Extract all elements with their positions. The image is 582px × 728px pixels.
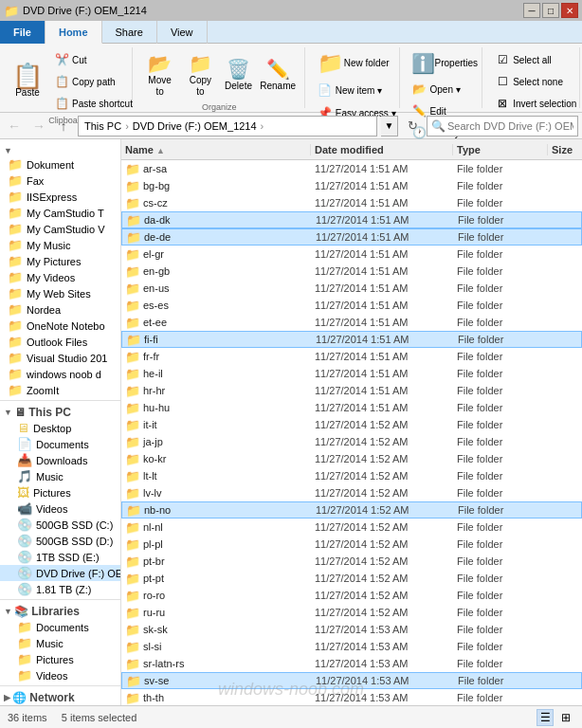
col-header-size[interactable]: Size xyxy=(548,144,582,155)
minimize-button[interactable]: ─ xyxy=(523,3,540,18)
file-row-18[interactable]: 📁 lt-lt 11/27/2014 1:52 AM File folder xyxy=(121,467,582,484)
rename-button[interactable]: ✏️ Rename xyxy=(258,55,299,95)
delete-button[interactable]: 🗑️ Delete xyxy=(222,55,256,95)
sidebar-item-mymusic[interactable]: 📁 My Music xyxy=(0,237,120,253)
col-header-name[interactable]: Name ▲ xyxy=(121,144,311,155)
address-dropdown[interactable]: ▼ xyxy=(381,116,398,136)
file-row-5[interactable]: 📁 el-gr 11/27/2014 1:51 AM File folder xyxy=(121,246,582,263)
sidebar-item-music[interactable]: 🎵 Music xyxy=(0,468,120,484)
file-row-29[interactable]: 📁 sr-latn-rs 11/27/2014 1:53 AM File fol… xyxy=(121,655,582,672)
file-row-1[interactable]: 📁 bg-bg 11/27/2014 1:51 AM File folder xyxy=(121,177,582,194)
back-button[interactable]: ← xyxy=(4,116,25,136)
file-row-30[interactable]: 📁 sv-se 11/27/2014 1:53 AM File folder xyxy=(121,672,582,689)
sidebar-item-mywebsites[interactable]: 📁 My Web Sites xyxy=(0,285,120,301)
file-row-20[interactable]: 📁 nb-no 11/27/2014 1:52 AM File folder xyxy=(121,501,582,519)
sidebar-item-dvdf[interactable]: 💿 DVD Drive (F:) OE xyxy=(0,565,120,581)
file-row-13[interactable]: 📁 hr-hr 11/27/2014 1:51 AM File folder xyxy=(121,382,582,399)
file-row-6[interactable]: 📁 en-gb 11/27/2014 1:51 AM File folder xyxy=(121,263,582,280)
file-row-26[interactable]: 📁 ru-ru 11/27/2014 1:52 AM File folder xyxy=(121,604,582,621)
copy-to-button[interactable]: 📁 Copy to xyxy=(181,49,219,100)
sidebar-item-videos[interactable]: 📹 Videos xyxy=(0,500,120,517)
sidebar-item-camstudiov[interactable]: 📁 My CamStudio V xyxy=(0,221,120,237)
file-row-12[interactable]: 📁 he-il 11/27/2014 1:51 AM File folder xyxy=(121,365,582,382)
address-path[interactable]: This PC › DVD Drive (F:) OEM_1214 › xyxy=(78,116,377,136)
ribbon-tab-share[interactable]: Share xyxy=(102,21,157,44)
up-button[interactable]: ↑ xyxy=(53,116,74,136)
file-row-25[interactable]: 📁 ro-ro 11/27/2014 1:52 AM File folder xyxy=(121,587,582,604)
file-row-22[interactable]: 📁 pl-pl 11/27/2014 1:52 AM File folder xyxy=(121,536,582,553)
select-none-button[interactable]: ☐ Select none xyxy=(490,71,568,92)
file-row-28[interactable]: 📁 sl-si 11/27/2014 1:53 AM File folder xyxy=(121,638,582,655)
cut-button[interactable]: ✂️ Cut xyxy=(49,49,137,70)
sidebar-item-lib-pics[interactable]: 📁 Pictures xyxy=(0,651,120,667)
file-row-31[interactable]: 📁 th-th 11/27/2014 1:53 AM File folder xyxy=(121,689,582,705)
search-input[interactable] xyxy=(447,120,573,132)
list-view-button[interactable]: ☰ xyxy=(537,709,554,726)
sidebar-item-lib-videos[interactable]: 📁 Videos xyxy=(0,667,120,683)
refresh-button[interactable]: ↻ xyxy=(402,116,423,136)
sidebar-item-500d[interactable]: 💿 500GB SSD (D:) xyxy=(0,533,120,549)
new-folder-button[interactable]: 📁 New folder xyxy=(313,49,401,78)
file-row-21[interactable]: 📁 nl-nl 11/27/2014 1:52 AM File folder xyxy=(121,519,582,536)
file-row-23[interactable]: 📁 pt-br 11/27/2014 1:52 AM File folder xyxy=(121,553,582,570)
sidebar-item-desktop[interactable]: 🖥 Desktop xyxy=(0,420,120,436)
properties-button[interactable]: ℹ️ Properties xyxy=(408,49,483,78)
ribbon-tab-file[interactable]: File xyxy=(0,21,45,44)
ribbon-tab-home[interactable]: Home xyxy=(45,21,102,44)
ribbon-tab-view[interactable]: View xyxy=(157,21,208,44)
col-header-type[interactable]: Type xyxy=(453,144,548,155)
close-button[interactable]: ✕ xyxy=(561,3,578,18)
sidebar-item-windowsnoob[interactable]: 📁 windows noob d xyxy=(0,366,120,382)
sidebar-item-downloads[interactable]: 📥 Downloads xyxy=(0,452,120,468)
invert-selection-button[interactable]: ⊠ Invert selection xyxy=(490,93,581,114)
file-row-2[interactable]: 📁 cs-cz 11/27/2014 1:51 AM File folder xyxy=(121,194,582,211)
file-row-8[interactable]: 📁 es-es 11/27/2014 1:51 AM File folder xyxy=(121,297,582,314)
sidebar-item-lib-music[interactable]: 📁 Music xyxy=(0,635,120,651)
paste-shortcut-button[interactable]: 📋 Paste shortcut xyxy=(49,93,137,114)
file-row-15[interactable]: 📁 it-it 11/27/2014 1:52 AM File folder xyxy=(121,416,582,433)
sidebar-item-dokument[interactable]: 📁 Dokument xyxy=(0,156,120,173)
sidebar-item-documents[interactable]: 📄 Documents xyxy=(0,436,120,452)
sidebar-item-outlook[interactable]: 📁 Outlook Files xyxy=(0,334,120,350)
path-part-thispc[interactable]: This PC xyxy=(84,120,121,132)
file-row-19[interactable]: 📁 lv-lv 11/27/2014 1:52 AM File folder xyxy=(121,484,582,501)
sidebar-section-thispc[interactable]: ▼ 🖥 This PC xyxy=(0,403,120,420)
sidebar-section-libraries[interactable]: ▼ 📚 Libraries xyxy=(0,602,120,619)
sidebar-item-lib-docs[interactable]: 📁 Documents xyxy=(0,619,120,635)
search-box[interactable]: 🔍 xyxy=(427,116,578,136)
path-part-dvd[interactable]: DVD Drive (F:) OEM_1214 xyxy=(133,120,257,132)
sidebar-item-fax[interactable]: 📁 Fax xyxy=(0,173,120,189)
file-row-4[interactable]: 📁 de-de 11/27/2014 1:51 AM File folder xyxy=(121,228,582,246)
sidebar-item-camstudiot[interactable]: 📁 My CamStudio T xyxy=(0,205,120,221)
file-row-0[interactable]: 📁 ar-sa 11/27/2014 1:51 AM File folder xyxy=(121,160,582,177)
open-button[interactable]: 📂 Open ▾ xyxy=(408,79,483,100)
col-header-date[interactable]: Date modified xyxy=(311,144,453,155)
file-row-7[interactable]: 📁 en-us 11/27/2014 1:51 AM File folder xyxy=(121,280,582,297)
file-row-17[interactable]: 📁 ko-kr 11/27/2014 1:52 AM File folder xyxy=(121,450,582,467)
new-item-button[interactable]: 📄 New item ▾ xyxy=(313,80,401,100)
copy-path-button[interactable]: 📋 Copy path xyxy=(49,71,137,92)
file-row-10[interactable]: 📁 fi-fi 11/27/2014 1:51 AM File folder xyxy=(121,331,582,348)
file-row-24[interactable]: 📁 pt-pt 11/27/2014 1:52 AM File folder xyxy=(121,570,582,587)
sidebar-item-mypictures[interactable]: 📁 My Pictures xyxy=(0,253,120,269)
sidebar-section-network[interactable]: ▶ 🌐 Network xyxy=(0,688,120,705)
details-view-button[interactable]: ⊞ xyxy=(557,709,574,726)
sidebar-item-zoomit[interactable]: 📁 ZoomIt xyxy=(0,382,120,398)
sidebar-item-iisexpress[interactable]: 📁 IISExpress xyxy=(0,189,120,205)
sidebar-item-z[interactable]: 💿 1.81 TB (Z:) xyxy=(0,581,120,597)
select-all-button[interactable]: ☑ Select all xyxy=(490,49,556,70)
forward-button[interactable]: → xyxy=(28,116,49,136)
file-row-9[interactable]: 📁 et-ee 11/27/2014 1:51 AM File folder xyxy=(121,314,582,331)
maximize-button[interactable]: □ xyxy=(542,3,559,18)
file-row-27[interactable]: 📁 sk-sk 11/27/2014 1:53 AM File folder xyxy=(121,621,582,638)
sidebar-item-1tbe[interactable]: 💿 1TB SSD (E:) xyxy=(0,549,120,565)
file-row-16[interactable]: 📁 ja-jp 11/27/2014 1:52 AM File folder xyxy=(121,433,582,450)
sidebar-item-pictures[interactable]: 🖼 Pictures xyxy=(0,484,120,500)
sidebar-item-vs[interactable]: 📁 Visual Studio 201 xyxy=(0,350,120,366)
sidebar-section-quickaccess[interactable]: ▼ xyxy=(0,143,120,156)
paste-button[interactable]: 📋 Paste xyxy=(8,62,47,101)
sidebar-item-500c[interactable]: 💿 500GB SSD (C:) xyxy=(0,517,120,533)
file-row-11[interactable]: 📁 fr-fr 11/27/2014 1:51 AM File folder xyxy=(121,348,582,365)
sidebar-item-nordea[interactable]: 📁 Nordea xyxy=(0,301,120,318)
sidebar-item-onenote[interactable]: 📁 OneNote Notebo xyxy=(0,318,120,334)
